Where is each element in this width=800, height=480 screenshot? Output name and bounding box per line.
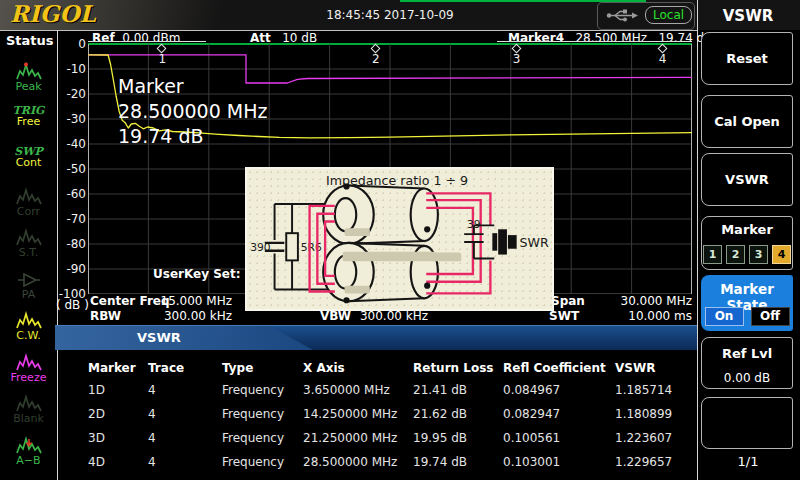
rbw-label: RBW (90, 309, 121, 323)
marker-state-off[interactable]: Off (751, 307, 790, 326)
schematic-res1-label: 5R6 (301, 241, 322, 254)
sidebar-item-blank: Blank (5, 394, 52, 434)
table-cell: 0.082947 (503, 407, 560, 421)
empty-softkey[interactable] (701, 397, 793, 449)
vswr-button[interactable]: VSWR (701, 153, 793, 206)
y-tick--40: -40 (40, 137, 86, 151)
marker-state-on[interactable]: On (705, 307, 744, 326)
marker-2-select-box[interactable]: 2 (726, 245, 745, 264)
instrument-screen: RIGOL 18:45:45 2017-10-09 Local Status P… (0, 0, 800, 480)
rigol-logo: RIGOL (10, 0, 96, 27)
cal-open-button[interactable]: Cal Open (701, 95, 793, 148)
table-cell: 21.250000 MHz (303, 431, 397, 445)
y-tick-0: 0 (40, 37, 86, 51)
marker-underline (497, 41, 692, 42)
sidebar-item-ab: A−B (5, 436, 52, 476)
ab-label: A−B (5, 455, 52, 466)
table-cell: 3D (88, 431, 105, 445)
table-cell: 2D (88, 407, 105, 421)
userkey-message: UserKey Set: S (153, 267, 245, 281)
marker-1-number: 1 (158, 52, 166, 66)
table-cell: 1.185714 (615, 383, 672, 397)
marker-2-number: 2 (372, 52, 380, 66)
table-cell: 1D (88, 383, 105, 397)
table-cell: 4 (148, 455, 156, 469)
marker-select-label: Marker (702, 222, 792, 237)
table-header-cell: Return Loss (413, 361, 493, 375)
marker-3-select-box[interactable]: 3 (749, 245, 768, 264)
table-cell: 4 (148, 407, 156, 421)
sidebar-item-cw: C.W. (5, 311, 52, 351)
freeze-icon (5, 353, 52, 373)
table-header-cell: X Axis (303, 361, 345, 375)
y-tick--20: -20 (40, 87, 86, 101)
ref-lvl-value: 0.00 dB (702, 371, 792, 385)
table-cell: 0.100561 (503, 431, 560, 445)
marker-4-select-box[interactable]: 4 (772, 245, 791, 264)
freeze-label: Freeze (5, 372, 52, 383)
table-cell: 1.223607 (615, 431, 672, 445)
marker-info-overlay: Marker 28.500000 MHz 19.74 dB (118, 74, 267, 149)
y-tick--60: -60 (40, 187, 86, 201)
table-header-cell: VSWR (615, 361, 655, 375)
y-tick--70: -70 (40, 212, 86, 226)
table-cell: 19.95 dB (413, 431, 467, 445)
table-cell: Frequency (222, 431, 284, 445)
rbw-value: 300.00 kHz (132, 309, 232, 323)
table-cell: Frequency (222, 383, 284, 397)
vswr-table-header-bar: VSWR (55, 325, 697, 350)
table-cell: Frequency (222, 455, 284, 469)
marker-state-toggle: On Off (701, 307, 793, 326)
cw-label: C.W. (5, 330, 52, 341)
table-header-cell: Marker (88, 361, 136, 375)
table-cell: 0.103001 (503, 455, 560, 469)
local-button[interactable]: Local (645, 6, 692, 24)
table-cell: 0.084967 (503, 383, 560, 397)
reset-button[interactable]: Reset (701, 32, 793, 85)
y-tick--50: -50 (40, 162, 86, 176)
marker-number-row: 1234 (702, 245, 792, 264)
timestamp: 18:45:45 2017-10-09 (300, 8, 480, 22)
menu-title: VSWR (698, 7, 798, 25)
marker-overlay-freq: 28.500000 MHz (118, 99, 267, 124)
marker-4-number: 4 (659, 52, 667, 66)
table-cell: 3.650000 MHz (303, 383, 390, 397)
marker-select-button[interactable]: Marker 1234 (701, 216, 793, 270)
vswr-button-label: VSWR (725, 172, 769, 187)
span-value: 30.000 MHz (592, 294, 692, 308)
vswr-bar-title: VSWR (137, 330, 181, 345)
ref-lvl-button[interactable]: Ref Lvl 0.00 dB (701, 337, 793, 389)
ref-lvl-label: Ref Lvl (702, 346, 792, 361)
span-label: Span (551, 294, 585, 308)
marker-table: MarkerTraceTypeX AxisReturn LossRefl Coe… (58, 355, 697, 480)
marker-state-button[interactable]: Marker State On Off (701, 275, 793, 331)
vswr-bar-tab (55, 326, 315, 350)
table-cell: 4D (88, 455, 105, 469)
table-header-cell: Type (222, 361, 253, 375)
marker-3-number: 3 (513, 52, 521, 66)
table-cell: 4 (148, 383, 156, 397)
blank-icon (5, 394, 52, 414)
marker-1-select-box[interactable]: 1 (703, 245, 722, 264)
sidebar-item-freeze: Freeze (5, 353, 52, 393)
schematic-cap1-label: 390 (250, 241, 271, 254)
cw-icon (5, 311, 52, 331)
y-tick--10: -10 (40, 62, 86, 76)
table-cell: 14.250000 MHz (303, 407, 397, 421)
softkey-panel: VSWR Reset Cal Open VSWR Marker 1234 Mar… (698, 0, 800, 480)
top-bar: RIGOL 18:45:45 2017-10-09 Local (0, 0, 800, 30)
swt-label: SWT (549, 309, 579, 323)
y-tick--80: -80 (40, 237, 86, 251)
marker-overlay-title: Marker (118, 74, 267, 99)
blank-label: Blank (5, 413, 52, 424)
table-cell: 4 (148, 431, 156, 445)
schematic-port-label: SWR (520, 235, 549, 250)
usb-icon (606, 9, 640, 22)
marker-overlay-amp: 19.74 dB (118, 124, 267, 149)
ref-underline (88, 41, 206, 42)
balun-schematic-drawing: Impedance ratio 1 ÷ 9 390 5R6 (247, 169, 552, 309)
swt-value: 10.000 ms (592, 309, 692, 323)
table-cell: 21.41 dB (413, 383, 467, 397)
center-freq-value: 15.000 MHz (132, 294, 232, 308)
table-header-cell: Refl Coefficient (503, 361, 606, 375)
